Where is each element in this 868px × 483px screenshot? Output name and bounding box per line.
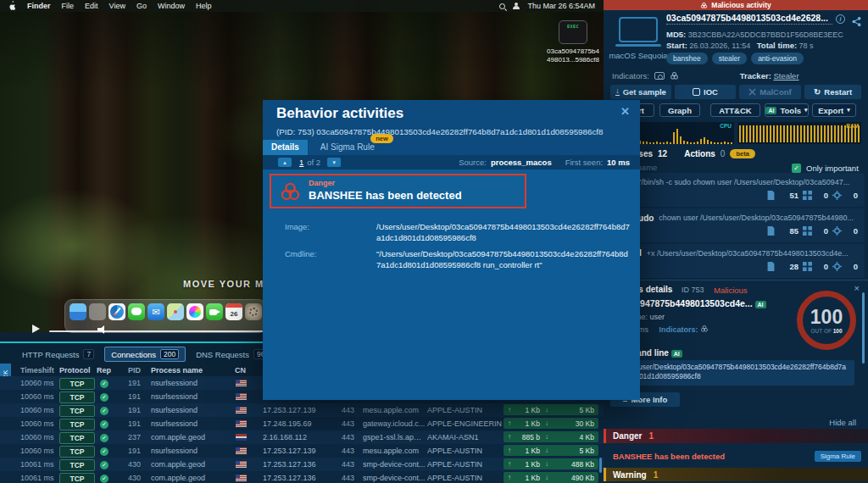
spotlight-search-icon[interactable] (499, 3, 505, 9)
cell-process-name: nsurlsessiond (151, 379, 231, 387)
network-scrollbar[interactable] (599, 458, 602, 473)
tab-details[interactable]: Details (263, 140, 308, 155)
protocol-badge: TCP (59, 391, 97, 403)
screenshot-indicator-icon[interactable] (654, 72, 665, 80)
process-row-bash[interactable]: bash"/bin/sh -c sudo chown user /Users/u… (607, 173, 865, 207)
cell-cn (236, 420, 247, 429)
macos-device-icon (619, 17, 658, 42)
sample-hash[interactable]: 03ca50947875b4498013503cd4e2628... (666, 13, 832, 25)
table-row[interactable]: 10061 msTCP✓430com.apple.geod17.253.127.… (0, 471, 604, 483)
hide-all-link[interactable]: Hide all (604, 418, 856, 427)
cell-rep: ✓ (100, 433, 108, 442)
page-down-button[interactable]: ▼ (327, 158, 341, 167)
table-row[interactable]: 10060 msTCP✓191nsurlsessiond17.248.195.6… (0, 417, 604, 430)
tab-connections[interactable]: Connections200 (104, 347, 186, 362)
cell-timeshift: 10060 ms (20, 406, 61, 414)
protocol-badge: TCP (59, 419, 97, 430)
only-important-checkbox[interactable]: ✓ (792, 164, 801, 173)
modal-pagination-bar: ▲ 1 of 2 ▼ Source: process_macos First s… (263, 155, 640, 169)
macos-dock[interactable]: 26 (64, 299, 266, 333)
ai-badge[interactable]: AI (671, 350, 682, 358)
dock-icon-mail[interactable] (147, 303, 164, 320)
process-row-sudo[interactable]: 45sudochown user /Users/user/Desktop/03c… (607, 208, 865, 242)
volume-icon[interactable] (97, 325, 109, 334)
sigma-rule-badge[interactable]: Sigma Rule (815, 451, 861, 462)
tab-http-requests[interactable]: HTTP Requests7 (15, 347, 101, 362)
dock-icon-finder[interactable] (70, 303, 86, 320)
dock-icon-maps[interactable] (167, 303, 184, 320)
modules-icon (803, 262, 812, 271)
info-icon[interactable]: i (836, 14, 845, 24)
cell-domain: mesu.apple.com (363, 406, 426, 414)
menu-item-go[interactable]: Go (136, 2, 147, 10)
restart-button[interactable]: ↻ Restart (804, 85, 861, 99)
menu-item-edit[interactable]: Edit (85, 2, 98, 10)
tag-stealer[interactable]: stealer (712, 53, 748, 64)
download-icon: ↓ (615, 88, 620, 95)
biohazard-indicator-icon[interactable] (670, 71, 679, 80)
dock-icon-settings[interactable] (245, 303, 262, 320)
file-icon (766, 226, 776, 236)
cmdline-value[interactable]: /Users/user/Desktop/03ca50947875b4498013… (610, 360, 854, 386)
menu-item-view[interactable]: View (109, 2, 125, 10)
table-row[interactable]: 10061 msTCP✓430com.apple.geod17.253.127.… (0, 458, 604, 471)
play-button-icon[interactable] (32, 325, 40, 333)
danger-section-header[interactable]: Danger1 (604, 429, 868, 443)
tag-banshee[interactable]: banshee (666, 53, 708, 64)
source-label: Source: (459, 158, 487, 167)
close-icon[interactable]: ✕ (620, 105, 630, 118)
page-up-button[interactable]: ▲ (278, 158, 292, 167)
cell-port: 443 (334, 460, 354, 469)
cell-pid: 191 (122, 379, 141, 387)
menu-item-file[interactable]: File (62, 2, 75, 10)
cell-timeshift: 10061 ms (20, 474, 61, 482)
attck-button[interactable]: ATT&CK (710, 103, 760, 117)
cell-process-name: nsurlsessiond (151, 392, 231, 401)
close-icon[interactable]: × (854, 283, 860, 293)
table-row[interactable]: 10060 msTCP✓237com.apple.geod2.16.168.11… (0, 430, 604, 444)
cell-timeshift: 10060 ms (20, 433, 61, 441)
tab-ai-sigma-rule[interactable]: AI Sigma Rule new (312, 140, 383, 155)
cell-asn: APPLE-ENGINEERING (427, 419, 502, 428)
cell-port: 443 (334, 433, 354, 441)
get-sample-button[interactable]: ↓ Get sample (610, 85, 671, 99)
menu-bar-clock[interactable]: Thu Mar 26 6:54AM (527, 2, 595, 10)
dock-icon-photos[interactable] (186, 303, 203, 320)
dock-icon-facetime[interactable] (206, 303, 223, 320)
cell-timeshift: 10060 ms (20, 419, 61, 428)
export-button[interactable]: Export▾ (812, 103, 856, 117)
graph-button[interactable]: Graph (659, 103, 700, 117)
malconf-button[interactable]: MalConf (739, 85, 801, 99)
dock-icon-calendar[interactable]: 26 (225, 303, 242, 320)
tag-anti-evasion[interactable]: anti-evasion (751, 53, 804, 64)
user-menu-icon[interactable] (513, 3, 520, 9)
cell-port: 443 (334, 406, 354, 414)
details-scrollbar[interactable] (862, 292, 865, 364)
cell-pid: 430 (122, 474, 141, 482)
menu-item-finder[interactable]: Finder (27, 2, 51, 10)
cell-ip: 2.16.168.112 (263, 433, 335, 441)
only-important-label: Only important (806, 164, 859, 173)
warning-section-header[interactable]: Warning1 (604, 468, 868, 481)
video-progress-bar[interactable] (49, 330, 263, 332)
menu-item-window[interactable]: Window (158, 2, 185, 10)
table-row[interactable]: 10060 msTCP✓191nsurlsessiond17.253.127.1… (0, 403, 604, 417)
process-row-chmod[interactable]: chmod+x /Users/user/Desktop/03ca50947875… (607, 244, 865, 278)
tracker-link[interactable]: Stealer (773, 71, 798, 80)
ai-badge[interactable]: AI (755, 301, 766, 308)
ioc-button[interactable]: IOC (675, 85, 736, 99)
danger-item[interactable]: BANSHEE has been detected Sigma Rule (604, 447, 868, 465)
apple-logo-icon[interactable] (8, 1, 16, 12)
menu-item-help[interactable]: Help (196, 2, 212, 10)
ai-tools-button[interactable]: AI Tools▾ (765, 103, 809, 117)
table-row[interactable]: 10060 msTCP✓191nsurlsessiond17.253.127.1… (0, 444, 604, 458)
dock-icon-messages[interactable] (128, 303, 145, 320)
desktop-exec-file-icon[interactable]: EXEC (559, 20, 587, 44)
col-process-name: Process name (151, 366, 231, 375)
biohazard-indicator-icon[interactable] (700, 325, 709, 333)
dock-icon-launchpad[interactable] (89, 303, 106, 320)
col-cn: CN (235, 366, 246, 375)
col-rep: Rep (97, 366, 111, 375)
share-icon[interactable] (852, 14, 861, 30)
dock-icon-safari[interactable] (108, 303, 125, 320)
